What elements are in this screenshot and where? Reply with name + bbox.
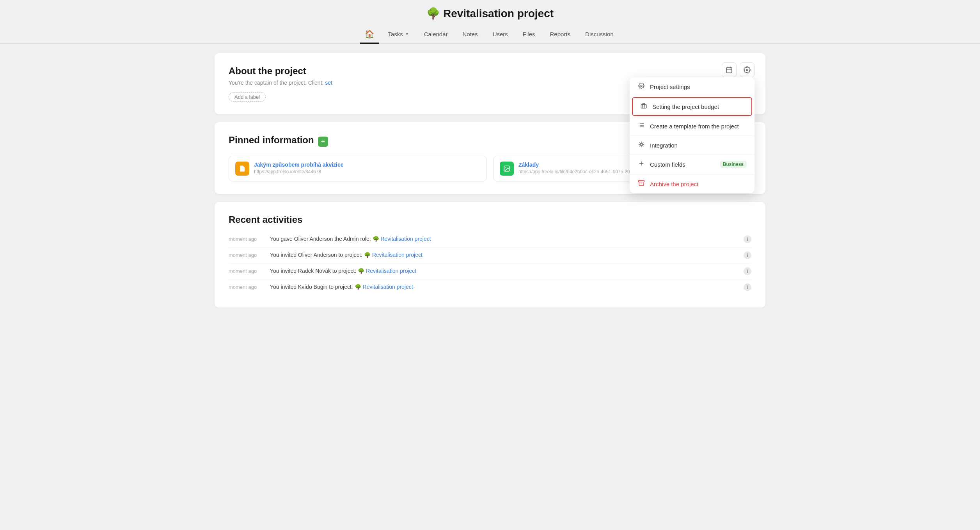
svg-point-5 (641, 85, 642, 87)
recent-activities-card: Recent activities moment ago You gave Ol… (215, 202, 765, 308)
activity-link-3[interactable]: Revitalisation project (363, 284, 413, 290)
nav-item-users[interactable]: Users (486, 27, 514, 43)
nav-item-calendar[interactable]: Calendar (418, 27, 454, 43)
dropdown-integration[interactable]: Integration (630, 136, 755, 155)
nav-item-notes[interactable]: Notes (456, 27, 484, 43)
dropdown-archive[interactable]: Archive the project (630, 174, 755, 193)
activity-link-0[interactable]: Revitalisation project (380, 236, 431, 242)
dropdown-create-template[interactable]: Create a template from the project (630, 117, 755, 136)
svg-point-4 (746, 69, 748, 71)
main-content: About the project You're the captain of … (205, 53, 775, 308)
settings-button[interactable] (740, 62, 755, 77)
activity-text-0: You gave Oliver Anderson the Admin role:… (270, 236, 737, 242)
activity-link-1[interactable]: Revitalisation project (372, 252, 423, 258)
card-action-buttons (722, 62, 755, 77)
svg-rect-0 (726, 68, 732, 73)
activity-time-0: moment ago (229, 236, 264, 242)
add-label-button[interactable]: Add a label (229, 92, 266, 102)
client-set-link[interactable]: set (325, 80, 332, 86)
dropdown-budget[interactable]: Setting the project budget ↩ (632, 97, 752, 116)
activity-info-icon-0[interactable]: ℹ (744, 235, 751, 243)
pinned-item-url-0: https://app.freelo.io/note/344678 (254, 169, 344, 174)
integration-icon (637, 141, 645, 149)
pinned-title: Pinned information (229, 135, 314, 146)
activity-text-1: You invited Oliver Anderson to project: … (270, 252, 737, 258)
business-badge: Business (720, 161, 747, 168)
tasks-chevron-icon: ▼ (405, 32, 409, 36)
pinned-item-info-0: Jakým způsobem probíhá akvizice https://… (254, 162, 344, 174)
activity-time-3: moment ago (229, 284, 264, 290)
nav-item-tasks[interactable]: Tasks ▼ (382, 27, 415, 43)
about-card: About the project You're the captain of … (215, 53, 765, 114)
template-icon (637, 122, 645, 130)
main-nav: 🏠 Tasks ▼ Calendar Notes Users Files Rep… (0, 25, 980, 44)
pinned-add-button[interactable]: + (318, 137, 328, 147)
pinned-icon-1 (500, 162, 514, 176)
dropdown-project-settings[interactable]: Project settings (630, 77, 755, 96)
activity-time-2: moment ago (229, 268, 264, 274)
activity-text-3: You invited Kvído Bugin to project: 🌳 Re… (270, 284, 737, 290)
custom-fields-icon (637, 160, 645, 168)
settings-dropdown: Project settings Setting the project bud… (630, 77, 755, 193)
about-title: About the project (229, 66, 751, 76)
settings-icon (637, 83, 645, 91)
calendar-button[interactable] (722, 62, 737, 77)
nav-item-reports[interactable]: Reports (544, 27, 577, 43)
activity-row-3: moment ago You invited Kvído Bugin to pr… (229, 279, 751, 295)
activity-row-2: moment ago You invited Radek Novák to pr… (229, 263, 751, 279)
archive-icon (637, 180, 645, 188)
dropdown-custom-fields[interactable]: Custom fields Business (630, 155, 755, 174)
nav-item-files[interactable]: Files (517, 27, 541, 43)
pinned-icon-0 (235, 162, 249, 176)
nav-home-icon[interactable]: 🏠 (360, 25, 379, 44)
activity-row-1: moment ago You invited Oliver Anderson t… (229, 247, 751, 263)
pinned-item-title-0: Jakým způsobem probíhá akvizice (254, 162, 344, 168)
recent-title: Recent activities (229, 214, 751, 225)
activity-text-2: You invited Radek Novák to project: 🌳 Re… (270, 268, 737, 274)
svg-rect-6 (641, 105, 646, 108)
budget-icon (640, 103, 648, 110)
header: 🌳 Revitalisation project 🏠 Tasks ▼ Calen… (0, 0, 980, 44)
svg-point-13 (640, 143, 642, 145)
project-title: 🌳 Revitalisation project (0, 7, 980, 20)
activity-time-1: moment ago (229, 252, 264, 258)
project-emoji: 🌳 (426, 7, 440, 20)
svg-point-19 (505, 167, 506, 168)
activity-row-0: moment ago You gave Oliver Anderson the … (229, 231, 751, 247)
nav-item-discussion[interactable]: Discussion (579, 27, 620, 43)
activity-info-icon-3[interactable]: ℹ (744, 283, 751, 291)
svg-rect-16 (639, 181, 644, 182)
pinned-item-0[interactable]: Jakým způsobem probíhá akvizice https://… (229, 156, 487, 181)
activity-info-icon-2[interactable]: ℹ (744, 267, 751, 275)
activity-info-icon-1[interactable]: ℹ (744, 251, 751, 259)
activity-link-2[interactable]: Revitalisation project (366, 268, 416, 274)
